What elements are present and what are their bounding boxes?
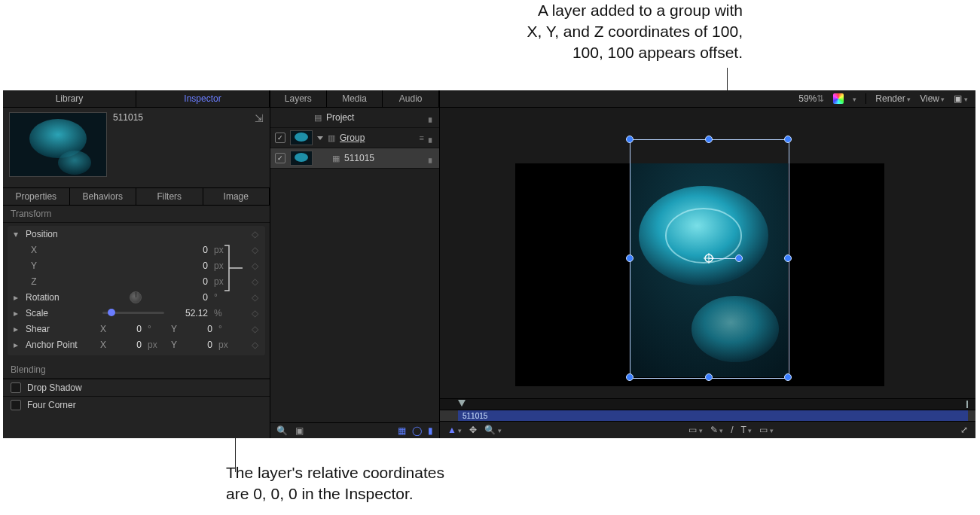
row-anchor[interactable]: ▸ Anchor Point X 0 px Y 0 px ◇: [8, 337, 265, 352]
tab-inspector[interactable]: Inspector: [136, 90, 270, 107]
folder-icon[interactable]: ▖: [429, 133, 435, 143]
color-dropdown[interactable]: [853, 93, 856, 104]
stack-icon: ▥: [328, 133, 335, 143]
timeline-clip[interactable]: 511015: [458, 410, 968, 421]
shear-x-value[interactable]: 0: [113, 324, 142, 334]
zoom-tool-icon[interactable]: 🔍: [484, 425, 502, 435]
gear-icon[interactable]: ◯: [412, 425, 422, 436]
rotation-dial[interactable]: [130, 291, 142, 303]
position-x-value[interactable]: 0: [166, 245, 208, 255]
image-icon: ▦: [332, 154, 340, 163]
range-end-icon[interactable]: [966, 401, 968, 408]
layer-row-item[interactable]: ✓ ▦ 511015 ▖: [270, 148, 439, 169]
paint-tool-icon[interactable]: /: [731, 425, 733, 435]
handle-tl[interactable]: [626, 136, 633, 143]
mask-icon[interactable]: ▮: [428, 425, 433, 436]
keyframe-icon[interactable]: ◇: [250, 340, 259, 350]
drop-shadow-checkbox[interactable]: [11, 382, 21, 393]
row-drop-shadow[interactable]: Drop Shadow: [3, 379, 270, 396]
anchor-point-icon[interactable]: [704, 253, 714, 264]
subtab-behaviors[interactable]: Behaviors: [70, 188, 137, 205]
folder-icon[interactable]: ▖: [429, 154, 435, 163]
keyframe-icon[interactable]: ◇: [250, 292, 259, 303]
layer-name[interactable]: 511015: [344, 153, 424, 163]
handle-bl[interactable]: [626, 373, 633, 381]
tab-layers[interactable]: Layers: [270, 90, 327, 107]
inspector-asset-name: 511015: [113, 112, 143, 123]
select-tool-icon[interactable]: ▲: [447, 425, 462, 435]
row-scale[interactable]: ▸ Scale 52.12 % ◇: [8, 305, 265, 321]
drag-head-handle[interactable]: [735, 254, 743, 262]
scale-slider[interactable]: [102, 312, 164, 314]
keyframe-icon[interactable]: ◇: [250, 308, 259, 318]
rotation-value[interactable]: 0: [166, 292, 208, 303]
row-four-corner[interactable]: Four Corner: [3, 396, 270, 413]
four-corner-checkbox[interactable]: [11, 400, 21, 410]
anchor-y-label: Y: [169, 340, 179, 350]
anchor-x-value[interactable]: 0: [113, 340, 142, 350]
keyframe-icon[interactable]: ◇: [250, 229, 259, 239]
row-position[interactable]: ▾ Position ◇: [8, 226, 265, 242]
inspector-thumbnail[interactable]: [9, 112, 107, 177]
row-position-z: Z 0 px ◇: [8, 273, 265, 289]
scale-slider-thumb[interactable]: [108, 309, 115, 316]
subtab-filters[interactable]: Filters: [136, 188, 203, 205]
orbit-tool-icon[interactable]: ✥: [469, 425, 477, 435]
mask-tool-icon[interactable]: ▭: [759, 425, 774, 435]
chevron-right-icon: ▸: [14, 340, 21, 350]
row-shear[interactable]: ▸ Shear X 0 ° Y 0 ° ◇: [8, 321, 265, 337]
handle-tr[interactable]: [784, 136, 792, 143]
handle-tm[interactable]: [705, 136, 713, 143]
zoom-readout[interactable]: 59%⇅: [798, 93, 824, 104]
subtab-image[interactable]: Image: [203, 188, 270, 205]
shape-tool-icon[interactable]: ▭: [688, 425, 703, 435]
position-z-value[interactable]: 0: [166, 276, 208, 287]
layout-menu[interactable]: ▣: [954, 93, 968, 104]
handle-bm[interactable]: [705, 373, 713, 381]
window-icon[interactable]: ▣: [295, 425, 304, 436]
position-y-label: Y: [29, 261, 39, 271]
shear-label: Shear: [26, 324, 93, 334]
canvas-stage[interactable]: [440, 108, 975, 398]
position-y-value[interactable]: 0: [166, 261, 208, 271]
disclosure-triangle-icon[interactable]: [317, 136, 323, 140]
keyframe-icon[interactable]: ◇: [250, 261, 259, 271]
pen-tool-icon[interactable]: ✎: [710, 425, 724, 435]
playhead-icon[interactable]: [458, 400, 466, 407]
keyframe-icon[interactable]: ◇: [250, 276, 259, 287]
row-rotation[interactable]: ▸ Rotation 0 ° ◇: [8, 289, 265, 305]
handle-ml[interactable]: [626, 254, 633, 262]
pass-label-icon[interactable]: ≡: [420, 133, 424, 142]
search-icon[interactable]: 🔍: [276, 425, 288, 436]
text-tool-icon[interactable]: T: [740, 425, 752, 435]
subtab-properties[interactable]: Properties: [3, 188, 70, 205]
colorwell-icon[interactable]: [833, 93, 844, 104]
position-y-unit: px: [212, 261, 230, 271]
timeline-track[interactable]: 511015: [440, 410, 975, 421]
shear-y-value[interactable]: 0: [184, 324, 212, 334]
folder-icon[interactable]: ▖: [429, 113, 435, 123]
group-name[interactable]: Group: [340, 133, 415, 143]
checker-icon[interactable]: ▦: [398, 425, 406, 436]
scale-value[interactable]: 52.12: [173, 308, 208, 318]
expand-icon[interactable]: ⤢: [960, 425, 968, 435]
view-menu[interactable]: View: [920, 93, 945, 104]
tab-audio[interactable]: Audio: [383, 90, 439, 107]
shear-x-label: X: [98, 324, 108, 334]
timeline-ruler[interactable]: [440, 398, 975, 410]
row-position-y: Y 0 px ◇: [8, 258, 265, 273]
layer-visibility-checkbox[interactable]: ✓: [275, 153, 285, 163]
anchor-y-value[interactable]: 0: [184, 340, 212, 350]
pin-icon[interactable]: ⇲: [255, 112, 264, 124]
tab-library[interactable]: Library: [3, 90, 136, 107]
handle-br[interactable]: [784, 373, 792, 381]
project-name: Project: [326, 112, 424, 123]
keyframe-icon[interactable]: ◇: [250, 324, 259, 334]
handle-mr[interactable]: [784, 254, 792, 262]
keyframe-icon[interactable]: ◇: [250, 245, 259, 255]
group-visibility-checkbox[interactable]: ✓: [275, 133, 285, 143]
layer-row-group[interactable]: ✓ ▥ Group ≡ ▖: [270, 128, 439, 148]
layer-row-project[interactable]: ▤ Project ▖: [270, 108, 439, 128]
render-menu[interactable]: Render: [875, 93, 911, 104]
tab-media[interactable]: Media: [327, 90, 383, 107]
